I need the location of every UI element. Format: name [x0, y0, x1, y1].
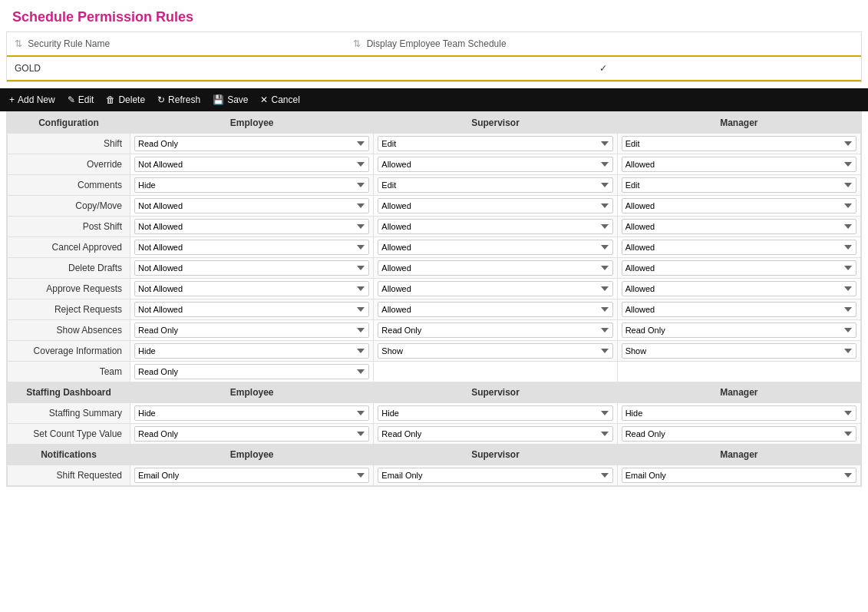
supervisor-cell: AllowedNot AllowedRead OnlyEditHideShowE…: [374, 279, 617, 299]
section-col-header: Employee: [130, 113, 374, 134]
employee-select-shift[interactable]: Read OnlyEditHideNot AllowedAllowedShowE…: [134, 136, 369, 151]
manager-select-post-shift[interactable]: AllowedNot AllowedRead OnlyEditHideShowE…: [622, 219, 856, 234]
employee-select-delete-drafts[interactable]: Not AllowedRead OnlyEditHideAllowedShowE…: [134, 260, 369, 276]
manager-select-override[interactable]: AllowedNot AllowedRead OnlyEditHideShowE…: [622, 157, 856, 172]
save-label: Save: [227, 94, 248, 105]
manager-cell: [617, 362, 860, 382]
row-label-comments: Comments: [8, 175, 130, 196]
row-label-override: Override: [8, 154, 130, 175]
supervisor-cell: AllowedNot AllowedRead OnlyEditHideShowE…: [374, 237, 617, 258]
supervisor-cell: Read OnlyEditHideNot AllowedAllowedShowE…: [374, 424, 617, 445]
table-row: Delete DraftsNot AllowedRead OnlyEditHid…: [8, 258, 861, 279]
supervisor-select-override[interactable]: AllowedNot AllowedRead OnlyEditHideShowE…: [378, 157, 612, 172]
employee-cell: Read OnlyEditHideNot AllowedAllowedShowE…: [130, 134, 374, 154]
employee-cell: Not AllowedRead OnlyEditHideAllowedShowE…: [130, 217, 374, 237]
employee-select-shift-requested[interactable]: Email OnlyHideShowRead OnlyEditNot Allow…: [134, 468, 369, 483]
employee-select-post-shift[interactable]: Not AllowedRead OnlyEditHideAllowedShowE…: [134, 219, 369, 234]
employee-select-comments[interactable]: HideRead OnlyEditNot AllowedAllowedShowE…: [134, 177, 369, 193]
manager-select-set-count-type-value[interactable]: Read OnlyEditHideNot AllowedAllowedShowE…: [622, 426, 856, 442]
row-label-shift-requested: Shift Requested: [8, 465, 130, 486]
section-header-staffing-dashboard: Staffing DashboardEmployeeSupervisorMana…: [8, 382, 861, 403]
delete-button[interactable]: 🗑 Delete: [106, 94, 145, 105]
section-header-notifications: NotificationsEmployeeSupervisorManager: [8, 445, 861, 465]
manager-cell: Read OnlyEditHideNot AllowedAllowedShowE…: [617, 320, 860, 341]
row-label-team: Team: [8, 362, 130, 382]
manager-cell: EditRead OnlyHideNot AllowedAllowedShowE…: [617, 175, 860, 196]
employee-select-cancel-approved[interactable]: Not AllowedRead OnlyEditHideAllowedShowE…: [134, 240, 369, 255]
edit-icon: ✎: [68, 94, 75, 105]
delete-icon: 🗑: [106, 94, 115, 105]
edit-button[interactable]: ✎ Edit: [68, 94, 94, 105]
employee-select-override[interactable]: Not AllowedRead OnlyEditHideAllowedShowE…: [134, 157, 369, 172]
employee-select-coverage-information[interactable]: HideShowRead OnlyEditNot AllowedAllowedE…: [134, 343, 369, 359]
table-row: ShiftRead OnlyEditHideNot AllowedAllowed…: [8, 134, 861, 154]
employee-select-set-count-type-value[interactable]: Read OnlyEditHideNot AllowedAllowedShowE…: [134, 426, 369, 442]
supervisor-select-copy/move[interactable]: AllowedNot AllowedRead OnlyEditHideShowE…: [378, 198, 612, 213]
checkmark-icon: ✓: [599, 63, 607, 74]
row-label-cancel-approved: Cancel Approved: [8, 237, 130, 258]
col-header-name: Security Rule Name: [28, 38, 110, 49]
section-col-header: Manager: [617, 113, 860, 134]
manager-cell: AllowedNot AllowedRead OnlyEditHideShowE…: [617, 299, 860, 320]
manager-select-delete-drafts[interactable]: AllowedNot AllowedRead OnlyEditHideShowE…: [622, 260, 856, 276]
sort-icon-team: ⇅: [353, 38, 361, 49]
section-header-configuration: ConfigurationEmployeeSupervisorManager: [8, 113, 861, 134]
employee-select-staffing-summary[interactable]: HideShowRead OnlyEditNot AllowedAllowedE…: [134, 405, 369, 421]
supervisor-select-staffing-summary[interactable]: HideShowRead OnlyEditNot AllowedAllowedE…: [378, 405, 612, 421]
delete-label: Delete: [118, 94, 145, 105]
section-label-staffing-dashboard: Staffing Dashboard: [8, 382, 130, 403]
table-row: OverrideNot AllowedRead OnlyEditHideAllo…: [8, 154, 861, 175]
manager-select-shift-requested[interactable]: Email OnlyHideShowRead OnlyEditNot Allow…: [622, 468, 856, 483]
employee-cell: Not AllowedRead OnlyEditHideAllowedShowE…: [130, 279, 374, 299]
supervisor-select-reject-requests[interactable]: AllowedNot AllowedRead OnlyEditHideShowE…: [378, 302, 612, 317]
employee-select-show-absences[interactable]: Read OnlyEditHideNot AllowedAllowedShowE…: [134, 323, 369, 338]
manager-select-approve-requests[interactable]: AllowedNot AllowedRead OnlyEditHideShowE…: [622, 281, 856, 296]
employee-select-approve-requests[interactable]: Not AllowedRead OnlyEditHideAllowedShowE…: [134, 281, 369, 296]
supervisor-select-coverage-information[interactable]: ShowHideRead OnlyEditNot AllowedAllowedE…: [378, 343, 612, 359]
display-team-cell: ✓: [345, 56, 861, 81]
supervisor-cell: AllowedNot AllowedRead OnlyEditHideShowE…: [374, 217, 617, 237]
manager-select-reject-requests[interactable]: AllowedNot AllowedRead OnlyEditHideShowE…: [622, 302, 856, 317]
employee-select-team[interactable]: Read OnlyEditHideNot AllowedAllowedShowE…: [134, 364, 369, 379]
supervisor-cell: HideShowRead OnlyEditNot AllowedAllowedE…: [374, 403, 617, 424]
section-col-header: Supervisor: [374, 382, 617, 403]
supervisor-select-delete-drafts[interactable]: AllowedNot AllowedRead OnlyEditHideShowE…: [378, 260, 612, 276]
manager-select-coverage-information[interactable]: ShowHideRead OnlyEditNot AllowedAllowedE…: [622, 343, 856, 359]
manager-select-copy/move[interactable]: AllowedNot AllowedRead OnlyEditHideShowE…: [622, 198, 856, 213]
table-row: Cancel ApprovedNot AllowedRead OnlyEditH…: [8, 237, 861, 258]
manager-cell: ShowHideRead OnlyEditNot AllowedAllowedE…: [617, 341, 860, 362]
employee-cell: HideShowRead OnlyEditNot AllowedAllowedE…: [130, 341, 374, 362]
manager-select-staffing-summary[interactable]: HideShowRead OnlyEditNot AllowedAllowedE…: [622, 405, 856, 421]
cancel-icon: ✕: [260, 94, 268, 105]
supervisor-select-post-shift[interactable]: AllowedNot AllowedRead OnlyEditHideShowE…: [378, 219, 612, 234]
employee-select-reject-requests[interactable]: Not AllowedRead OnlyEditHideAllowedShowE…: [134, 302, 369, 317]
manager-cell: AllowedNot AllowedRead OnlyEditHideShowE…: [617, 258, 860, 279]
table-row: TeamRead OnlyEditHideNot AllowedAllowedS…: [8, 362, 861, 382]
supervisor-select-set-count-type-value[interactable]: Read OnlyEditHideNot AllowedAllowedShowE…: [378, 426, 612, 442]
cancel-button[interactable]: ✕ Cancel: [260, 94, 299, 105]
supervisor-select-comments[interactable]: EditRead OnlyHideNot AllowedAllowedShowE…: [378, 177, 612, 193]
employee-cell: HideShowRead OnlyEditNot AllowedAllowedE…: [130, 403, 374, 424]
row-label-show-absences: Show Absences: [8, 320, 130, 341]
employee-select-copy/move[interactable]: Not AllowedRead OnlyEditHideAllowedShowE…: [134, 198, 369, 213]
employee-cell: Not AllowedRead OnlyEditHideAllowedShowE…: [130, 154, 374, 175]
add-icon: +: [9, 94, 15, 105]
manager-select-show-absences[interactable]: Read OnlyEditHideNot AllowedAllowedShowE…: [622, 323, 856, 338]
supervisor-select-cancel-approved[interactable]: AllowedNot AllowedRead OnlyEditHideShowE…: [378, 240, 612, 255]
manager-select-cancel-approved[interactable]: AllowedNot AllowedRead OnlyEditHideShowE…: [622, 240, 856, 255]
supervisor-select-shift[interactable]: EditRead OnlyHideNot AllowedAllowedShowE…: [378, 136, 612, 151]
manager-select-shift[interactable]: EditRead OnlyHideNot AllowedAllowedShowE…: [622, 136, 856, 151]
edit-label: Edit: [78, 94, 94, 105]
supervisor-select-show-absences[interactable]: Read OnlyEditHideNot AllowedAllowedShowE…: [378, 323, 612, 338]
add-new-button[interactable]: + Add New: [9, 94, 55, 105]
page-title: Schedule Permission Rules: [0, 0, 868, 31]
table-row: Approve RequestsNot AllowedRead OnlyEdit…: [8, 279, 861, 299]
permissions-wrapper: ConfigurationEmployeeSupervisorManagerSh…: [6, 111, 862, 487]
row-label-shift: Shift: [8, 134, 130, 154]
supervisor-select-shift-requested[interactable]: Email OnlyHideShowRead OnlyEditNot Allow…: [378, 468, 612, 483]
employee-cell: Not AllowedRead OnlyEditHideAllowedShowE…: [130, 237, 374, 258]
refresh-button[interactable]: ↻ Refresh: [157, 94, 200, 105]
save-button[interactable]: 💾 Save: [213, 94, 248, 105]
manager-select-comments[interactable]: EditRead OnlyHideNot AllowedAllowedShowE…: [622, 177, 856, 193]
supervisor-select-approve-requests[interactable]: AllowedNot AllowedRead OnlyEditHideShowE…: [378, 281, 612, 296]
